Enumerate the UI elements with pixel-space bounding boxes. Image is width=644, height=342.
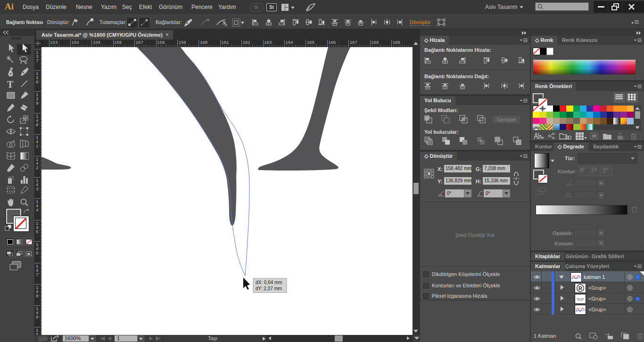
svg-text:R: R: [578, 285, 582, 291]
svg-text:dY: 2,37 mm: dY: 2,37 mm: [256, 286, 282, 291]
svg-text:dX: 0,64 mm: dX: 0,64 mm: [256, 280, 282, 285]
